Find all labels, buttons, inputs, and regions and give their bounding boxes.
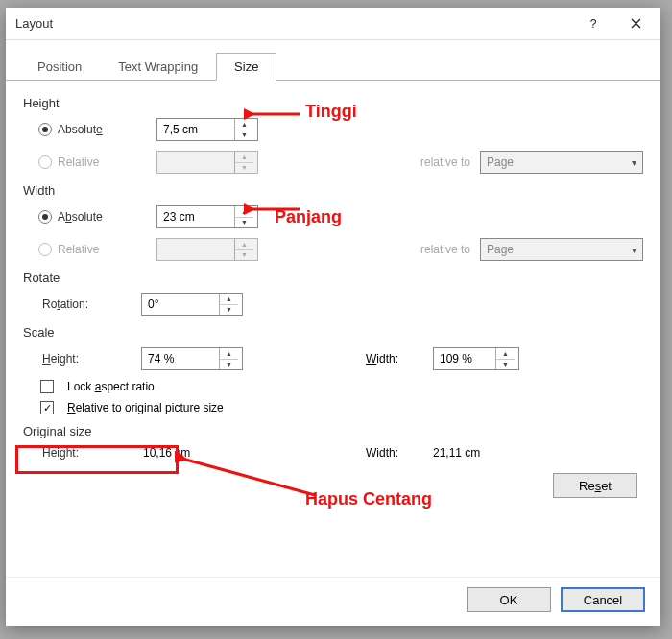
- scale-height-label: Height:: [42, 352, 133, 366]
- height-relative-row: Relative ▲▼ relative to Page ▾: [38, 151, 643, 174]
- height-relative-label: Relative: [58, 155, 149, 169]
- width-absolute-input[interactable]: [157, 206, 234, 227]
- lock-aspect-checkbox[interactable]: [40, 380, 54, 393]
- original-values-row: Height: 10,16 cm Width: 21,11 cm: [38, 446, 643, 460]
- rotation-spinner[interactable]: ▲▼: [141, 293, 243, 316]
- width-relative-to-label: relative to: [420, 243, 470, 256]
- dialog-footer: OK Cancel: [6, 577, 660, 626]
- height-relative-to-label: relative to: [420, 155, 470, 169]
- titlebar: Layout ?: [6, 8, 660, 40]
- scale-width-input[interactable]: [434, 348, 495, 369]
- width-relative-input: [157, 239, 234, 260]
- rotation-arrows[interactable]: ▲▼: [219, 294, 238, 315]
- rotate-heading: Rotate: [23, 271, 643, 285]
- scale-width-spinner[interactable]: ▲▼: [433, 347, 519, 370]
- original-height-label: Height:: [42, 446, 133, 460]
- width-relative-spinner: ▲▼: [156, 238, 258, 261]
- original-heading: Original size: [23, 424, 643, 438]
- tab-size[interactable]: Size: [216, 53, 276, 81]
- height-relative-radio: [38, 155, 52, 169]
- height-absolute-spinner[interactable]: ▲▼: [156, 118, 258, 141]
- lock-aspect-row: Lock aspect ratio: [40, 380, 643, 393]
- scale-height-spinner[interactable]: ▲▼: [141, 347, 243, 370]
- chevron-down-icon: ▾: [632, 245, 636, 255]
- scale-heading: Scale: [23, 325, 643, 340]
- height-absolute-label: Absolute: [58, 123, 149, 136]
- width-relative-label: Relative: [58, 243, 149, 256]
- height-heading: Height: [23, 96, 643, 110]
- lock-aspect-label: Lock aspect ratio: [67, 380, 155, 393]
- width-relative-row: Relative ▲▼ relative to Page ▾: [38, 238, 643, 261]
- width-absolute-spinner[interactable]: ▲▼: [156, 205, 258, 228]
- height-absolute-input[interactable]: [157, 119, 234, 140]
- window-title: Layout: [15, 16, 572, 31]
- scale-values-row: Height: ▲▼ Width: ▲▼: [38, 347, 643, 370]
- width-heading: Width: [23, 183, 643, 198]
- tab-content-size: Height Absolute ▲▼ Relative ▲▼ relative …: [6, 81, 660, 577]
- width-absolute-arrows[interactable]: ▲▼: [234, 206, 253, 227]
- rotation-input[interactable]: [142, 294, 219, 315]
- close-icon: [631, 18, 641, 29]
- reset-button[interactable]: Reset: [553, 473, 637, 498]
- tab-text-wrapping[interactable]: Text Wrapping: [100, 53, 216, 81]
- scale-width-arrows[interactable]: ▲▼: [495, 348, 515, 369]
- relative-original-checkbox[interactable]: ✓: [40, 401, 54, 414]
- height-absolute-arrows[interactable]: ▲▼: [234, 119, 253, 140]
- ok-button[interactable]: OK: [467, 587, 551, 612]
- scale-height-input[interactable]: [142, 348, 219, 369]
- tab-position[interactable]: Position: [19, 53, 100, 81]
- relative-original-row: ✓ Relative to original picture size: [40, 401, 643, 414]
- height-absolute-radio[interactable]: [38, 123, 52, 136]
- width-relative-to-combo: Page ▾: [480, 238, 643, 261]
- help-button[interactable]: ?: [572, 10, 614, 38]
- width-absolute-radio[interactable]: [38, 210, 52, 224]
- height-absolute-row: Absolute ▲▼: [38, 118, 643, 141]
- chevron-down-icon: ▾: [632, 157, 636, 168]
- height-relative-input: [157, 152, 234, 173]
- scale-height-arrows[interactable]: ▲▼: [219, 348, 238, 369]
- layout-dialog: Layout ? Position Text Wrapping Size Hei…: [6, 8, 660, 626]
- tab-bar: Position Text Wrapping Size: [6, 40, 660, 81]
- height-relative-spinner: ▲▼: [156, 151, 258, 174]
- rotation-row: Rotation: ▲▼: [38, 293, 643, 316]
- width-absolute-row: Absolute ▲▼: [38, 205, 643, 228]
- cancel-button[interactable]: Cancel: [561, 587, 645, 612]
- close-button[interactable]: [614, 10, 657, 38]
- original-height-value: 10,16 cm: [141, 446, 243, 460]
- height-relative-to-combo: Page ▾: [480, 151, 643, 174]
- width-absolute-label: Absolute: [58, 210, 149, 224]
- original-width-value: 21,11 cm: [433, 446, 519, 460]
- original-width-label: Width:: [366, 446, 423, 460]
- relative-original-label: Relative to original picture size: [67, 401, 224, 414]
- rotation-label: Rotation:: [42, 297, 133, 311]
- width-relative-radio: [38, 243, 52, 256]
- scale-width-label: Width:: [366, 352, 423, 366]
